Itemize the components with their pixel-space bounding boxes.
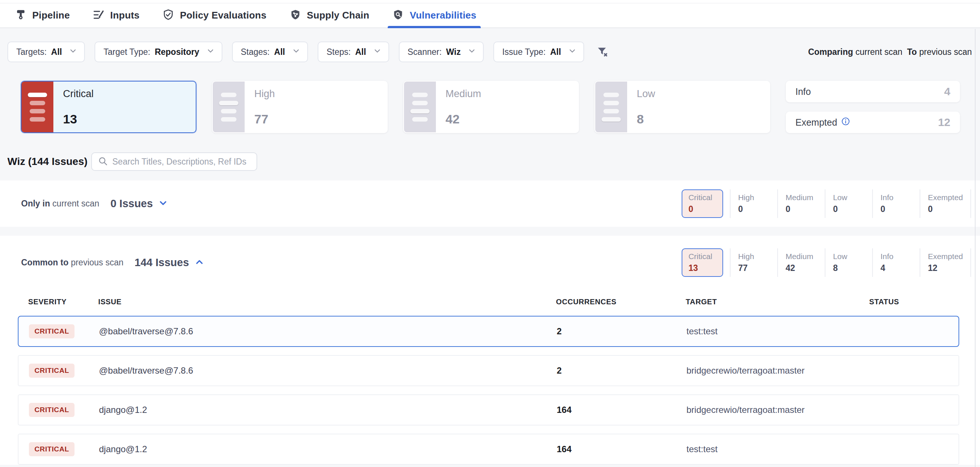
chip-low[interactable]: Low 0 [825,189,872,218]
severity-card-critical[interactable]: Critical 13 [21,81,196,133]
severity-level-icon [404,81,436,132]
filter-label: Steps: [326,47,351,57]
severity-badge: CRITICAL [29,364,75,378]
occurrences-cell: 164 [557,405,686,415]
filter-label: Target Type: [103,47,150,57]
info-card[interactable]: Info 4 [786,81,960,102]
chip-low[interactable]: Low 8 [825,248,872,277]
table-row[interactable]: CRITICAL @babel/traverse@7.8.6 2 test:te… [18,316,959,347]
filter-value: Wiz [446,47,461,57]
search-box [91,152,257,171]
search-icon [98,156,108,168]
shield-check-icon [162,9,174,22]
scanner-results-title: Wiz (144 Issues) [7,156,91,168]
chevron-up-icon [194,257,205,269]
chip-high[interactable]: High 77 [730,248,777,277]
tab-pipeline[interactable]: Pipeline [15,3,70,27]
chip-medium[interactable]: Medium 0 [777,189,825,218]
chevron-down-icon [290,46,301,57]
chip-critical[interactable]: Critical 13 [682,248,723,277]
chevron-down-icon [465,46,476,57]
section-toggle[interactable]: 0 Issues [110,197,168,210]
column-severity: SEVERITY [28,298,98,306]
issue-cell: @babel/traverse@7.8.6 [99,365,557,376]
shield-search-icon [392,9,404,22]
section-common-to-previous-scan: Common to previous scan 144 Issues Criti… [0,236,980,465]
scrollbar[interactable] [975,29,975,467]
comparing-label: Comparing current scan To previous scan [808,47,972,57]
severity-card-label: Low [637,88,760,100]
filter-label: Issue Type: [502,47,546,57]
shield-network-icon [290,9,301,22]
info-card-label: Info [795,86,811,97]
filter-target-type[interactable]: Target Type:Repository [94,41,222,62]
section-only-in-current-scan: Only in current scan 0 Issues Critical 0… [0,181,980,227]
severity-level-icon [213,81,245,132]
severity-card-high[interactable]: High 77 [212,81,388,133]
pipeline-icon [15,9,27,22]
chip-high[interactable]: High 0 [730,189,777,218]
severity-card-count: 8 [637,112,760,126]
tab-policy-evaluations[interactable]: Policy Evaluations [162,3,266,27]
search-input[interactable] [112,157,251,167]
filter-targets[interactable]: Targets:All [7,41,85,62]
section-title: Only in current scan [21,199,99,209]
clear-filters-icon[interactable] [594,43,612,61]
column-issue: ISSUE [98,298,556,306]
issues-table: CRITICAL @babel/traverse@7.8.6 2 test:te… [18,316,959,465]
filter-steps[interactable]: Steps:All [318,41,389,62]
occurrences-cell: 2 [557,326,686,337]
table-row[interactable]: CRITICAL django@1.2 164 bridgecrewio/ter… [18,394,959,426]
issues-table-header: SEVERITY ISSUE OCCURRENCES TARGET STATUS [28,298,959,306]
column-target: TARGET [686,298,869,306]
chip-critical[interactable]: Critical 0 [682,189,723,218]
severity-badge: CRITICAL [29,442,75,456]
severity-card-low[interactable]: Low 8 [595,81,770,133]
occurrences-cell: 164 [557,444,686,454]
chip-medium[interactable]: Medium 42 [777,248,825,277]
filter-scanner[interactable]: Scanner:Wiz [399,41,484,62]
target-cell: bridgecrewio/terragoat:master [686,405,870,415]
tab-label: Policy Evaluations [180,10,266,21]
chip-exempted[interactable]: Exempted 12 [920,248,971,277]
severity-level-icon [22,81,53,132]
chip-exempted[interactable]: Exempted 0 [920,189,971,218]
chevron-down-icon [204,46,215,57]
filter-value: All [355,47,366,57]
severity-level-icon [595,81,627,132]
issue-cell: django@1.2 [99,405,557,415]
filter-bar: Targets:All Target Type:Repository Stage… [7,41,972,62]
exempted-card-count: 12 [938,116,950,129]
severity-card-medium[interactable]: Medium 42 [403,81,579,133]
chevron-down-icon [371,46,382,57]
severity-chip-row: Critical 0 High 0 Medium 0 Low 0 Info 0 … [682,189,971,218]
filter-value: All [51,47,62,57]
filter-stages[interactable]: Stages:All [232,41,308,62]
tab-inputs[interactable]: Inputs [93,3,139,27]
section-toggle[interactable]: 144 Issues [135,256,205,269]
tab-bar: Pipeline Inputs Policy Evaluations Suppl… [0,3,980,28]
tab-supply-chain[interactable]: Supply Chain [290,3,369,27]
info-icon [841,117,850,128]
issue-cell: @babel/traverse@7.8.6 [99,326,557,337]
tab-label: Supply Chain [307,10,369,21]
chip-info[interactable]: Info 0 [872,189,920,218]
top-divider [0,0,980,3]
filter-label: Stages: [241,47,270,57]
table-row[interactable]: CRITICAL django@1.2 164 test:test [18,434,959,465]
chip-info[interactable]: Info 4 [872,248,920,277]
column-occurrences: OCCURRENCES [556,298,686,306]
filter-issue-type[interactable]: Issue Type:All [493,41,584,62]
severity-card-count: 77 [254,112,377,126]
chevron-down-icon [158,198,168,210]
severity-badge: CRITICAL [29,324,75,338]
severity-chip-row: Critical 13 High 77 Medium 42 Low 8 Info… [682,248,971,277]
table-row[interactable]: CRITICAL @babel/traverse@7.8.6 2 bridgec… [18,355,959,386]
issue-cell: django@1.2 [99,444,557,454]
severity-card-label: Medium [445,88,569,100]
filter-value: All [274,47,285,57]
tab-vulnerabilities[interactable]: Vulnerabilities [392,3,476,27]
exempted-card[interactable]: Exempted 12 [786,111,960,133]
info-exempted-column: Info 4 Exempted 12 [786,81,960,133]
tab-label: Pipeline [32,10,70,21]
